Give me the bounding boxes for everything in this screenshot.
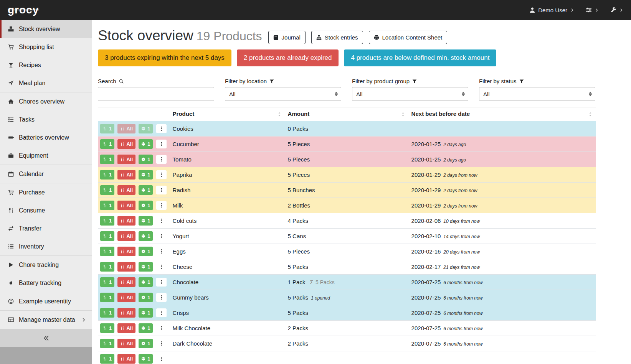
consume-all-button[interactable]: All <box>117 277 135 287</box>
consume-one-button[interactable]: 1 <box>100 354 114 364</box>
consume-one-button[interactable]: 1 <box>100 262 114 272</box>
sidebar-item-equipment[interactable]: Equipment <box>0 147 92 165</box>
consume-all-button[interactable]: All <box>117 201 135 210</box>
consume-one-button[interactable]: 1 <box>100 201 114 210</box>
consume-one-button[interactable]: 1 <box>100 231 114 241</box>
consume-all-button[interactable]: All <box>117 216 135 226</box>
sidebar-item-chore-tracking[interactable]: Chore tracking <box>0 256 92 274</box>
open-one-button[interactable]: 1 <box>139 231 153 241</box>
sidebar-item-shopping-list[interactable]: Shopping list <box>0 38 92 56</box>
open-one-button[interactable]: 1 <box>139 155 153 164</box>
open-one-button[interactable]: 1 <box>139 354 153 364</box>
location-select[interactable]: All <box>225 87 341 100</box>
sidebar-item-consume[interactable]: Consume <box>0 201 92 219</box>
consume-one-button[interactable]: 1 <box>100 170 114 180</box>
consume-all-button[interactable]: All <box>117 354 135 364</box>
consume-one-button[interactable]: 1 <box>100 124 114 133</box>
consume-all-button[interactable]: All <box>117 170 135 180</box>
row-menu-button[interactable] <box>156 278 167 287</box>
row-menu-button[interactable] <box>156 354 167 363</box>
sidebar-item-chores-overview[interactable]: Chores overview <box>0 92 92 110</box>
open-one-button[interactable]: 1 <box>139 293 153 302</box>
row-menu-button[interactable] <box>156 247 167 256</box>
consume-one-button[interactable]: 1 <box>100 293 114 302</box>
consume-one-button[interactable]: 1 <box>100 155 114 164</box>
open-one-button[interactable]: 1 <box>139 185 153 195</box>
alert-warning[interactable]: 3 products expiring within the next 5 da… <box>98 49 231 66</box>
row-menu-button[interactable] <box>156 324 167 333</box>
sidebar-item-battery-tracking[interactable]: Battery tracking <box>0 274 92 292</box>
sidebar-item-transfer[interactable]: Transfer <box>0 219 92 237</box>
consume-all-button[interactable]: All <box>117 262 135 272</box>
row-menu-button[interactable] <box>156 170 167 179</box>
consume-one-button[interactable]: 1 <box>100 339 114 348</box>
row-menu-button[interactable] <box>156 201 167 210</box>
user-menu[interactable]: Demo User <box>529 7 574 13</box>
sidebar-item-batteries-overview[interactable]: Batteries overview <box>0 128 92 147</box>
column-next-best-before-date[interactable]: Next best before date <box>408 107 596 121</box>
sidebar-item-stock-overview[interactable]: Stock overview <box>0 20 92 38</box>
row-menu-button[interactable] <box>156 216 167 225</box>
consume-all-button[interactable]: All <box>117 339 135 348</box>
stock-entries-button[interactable]: Stock entries <box>311 31 363 44</box>
row-menu-button[interactable] <box>156 124 167 133</box>
open-one-button[interactable]: 1 <box>139 216 153 226</box>
consume-one-button[interactable]: 1 <box>100 277 114 287</box>
open-one-button[interactable]: 1 <box>139 201 153 210</box>
row-menu-button[interactable] <box>156 262 167 271</box>
sidebar-item-manage-master-data[interactable]: Manage master data <box>0 311 92 329</box>
row-menu-button[interactable] <box>156 339 167 348</box>
app-logo[interactable]: grocy <box>8 4 39 16</box>
consume-one-button[interactable]: 1 <box>100 247 114 256</box>
consume-one-button[interactable]: 1 <box>100 323 114 333</box>
open-one-button[interactable]: 1 <box>139 339 153 348</box>
open-one-button[interactable]: 1 <box>139 323 153 333</box>
row-menu-button[interactable] <box>156 308 167 317</box>
row-menu-button[interactable] <box>156 155 167 164</box>
journal-button[interactable]: Journal <box>268 31 306 44</box>
status-select[interactable]: All <box>479 87 595 100</box>
open-one-button[interactable]: 1 <box>139 277 153 287</box>
open-one-button[interactable]: 1 <box>139 247 153 256</box>
open-one-button[interactable]: 1 <box>139 262 153 272</box>
row-menu-button[interactable] <box>156 293 167 302</box>
consume-all-button[interactable]: All <box>117 185 135 195</box>
sidebar-item-recipes[interactable]: Recipes <box>0 56 92 74</box>
row-menu-button[interactable] <box>156 186 167 194</box>
consume-one-button[interactable]: 1 <box>100 308 114 318</box>
consume-all-button[interactable]: All <box>117 124 135 133</box>
product-group-select[interactable]: All <box>352 87 468 100</box>
sidebar-collapse-button[interactable] <box>0 329 92 347</box>
consume-all-button[interactable]: All <box>117 308 135 318</box>
consume-one-button[interactable]: 1 <box>100 185 114 195</box>
sort-icon[interactable] <box>588 112 593 117</box>
consume-all-button[interactable]: All <box>117 323 135 333</box>
alert-danger[interactable]: 2 products are already expired <box>237 49 339 66</box>
consume-all-button[interactable]: All <box>117 231 135 241</box>
location-content-sheet-button[interactable]: Location Content Sheet <box>369 31 448 44</box>
consume-all-button[interactable]: All <box>117 155 135 164</box>
admin-menu[interactable] <box>610 7 623 13</box>
sidebar-item-tasks[interactable]: Tasks <box>0 110 92 128</box>
search-input[interactable] <box>98 87 214 101</box>
consume-one-button[interactable]: 1 <box>100 139 114 149</box>
alert-info[interactable]: 4 products are below defined min. stock … <box>344 49 496 66</box>
open-one-button[interactable]: 1 <box>139 124 153 133</box>
sidebar-item-purchase[interactable]: Purchase <box>0 183 92 201</box>
settings-menu[interactable] <box>586 7 599 13</box>
consume-all-button[interactable]: All <box>117 139 135 149</box>
sidebar-item-inventory[interactable]: Inventory <box>0 237 92 255</box>
consume-all-button[interactable]: All <box>117 247 135 256</box>
column-amount[interactable]: Amount <box>285 107 408 121</box>
consume-one-button[interactable]: 1 <box>100 216 114 226</box>
row-menu-button[interactable] <box>156 140 167 148</box>
open-one-button[interactable]: 1 <box>139 308 153 318</box>
sidebar-item-calendar[interactable]: Calendar <box>0 165 92 183</box>
row-menu-button[interactable] <box>156 232 167 240</box>
sidebar-item-meal-plan[interactable]: Meal plan <box>0 74 92 92</box>
sort-icon[interactable] <box>277 112 282 117</box>
open-one-button[interactable]: 1 <box>139 170 153 180</box>
open-one-button[interactable]: 1 <box>139 139 153 149</box>
column-product[interactable]: Product <box>170 107 285 121</box>
sort-icon[interactable] <box>401 112 405 117</box>
